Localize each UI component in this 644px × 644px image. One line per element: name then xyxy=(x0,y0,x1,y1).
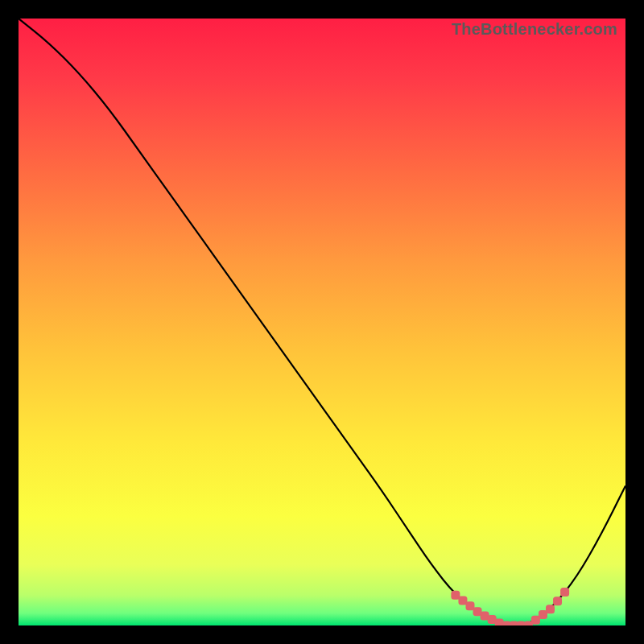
watermark-label: TheBottlenecker.com xyxy=(452,20,617,39)
min-region-marker xyxy=(546,605,555,613)
min-region-marker xyxy=(560,588,569,597)
min-region-marker xyxy=(553,597,562,605)
chart-frame: TheBottlenecker.com xyxy=(19,19,625,625)
bottleneck-chart xyxy=(19,19,625,625)
